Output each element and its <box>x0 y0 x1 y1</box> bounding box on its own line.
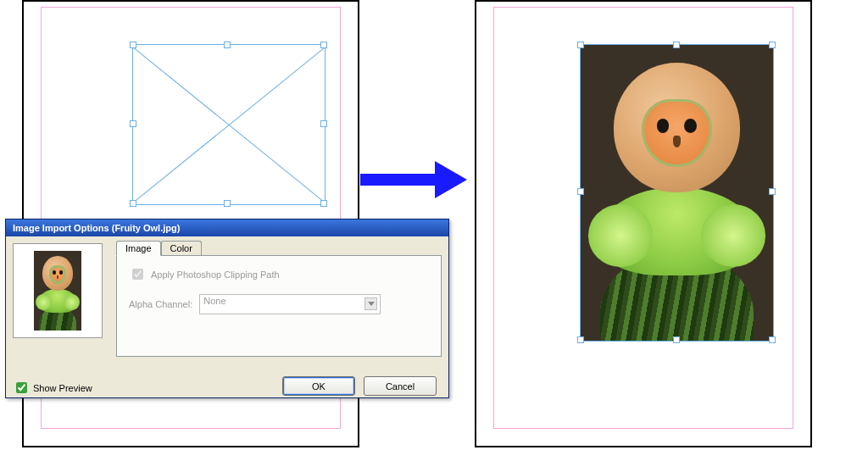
arrow-icon <box>360 161 467 198</box>
apply-clipping-row: Apply Photoshop Clipping Path <box>129 266 429 282</box>
placed-image-frame[interactable] <box>580 44 774 342</box>
tab-color[interactable]: Color <box>161 241 202 256</box>
frame-handle[interactable] <box>320 120 327 127</box>
alpha-channel-label: Alpha Channel: <box>129 299 192 309</box>
tab-panel-image: Apply Photoshop Clipping Path Alpha Chan… <box>116 255 442 357</box>
frame-handle[interactable] <box>577 42 584 48</box>
frame-handle[interactable] <box>673 336 680 343</box>
frame-handle[interactable] <box>577 188 584 195</box>
apply-clipping-checkbox <box>132 269 143 280</box>
frame-handle[interactable] <box>769 42 776 48</box>
show-preview-checkbox[interactable] <box>16 382 27 393</box>
dialog-titlebar[interactable]: Image Import Options (Fruity Owl.jpg) <box>6 219 448 236</box>
frame-handle[interactable] <box>320 200 327 207</box>
frame-handle[interactable] <box>769 336 776 343</box>
frame-handle[interactable] <box>130 120 136 127</box>
placed-image-content <box>581 45 773 341</box>
cancel-button[interactable]: Cancel <box>364 376 437 396</box>
frame-handle[interactable] <box>769 188 776 195</box>
placeholder-frame[interactable] <box>132 44 326 205</box>
preview-thumbnail <box>13 243 103 338</box>
dialog-title: Image Import Options (Fruity Owl.jpg) <box>13 223 180 233</box>
alpha-channel-dropdown: None <box>199 294 381 314</box>
frame-handle[interactable] <box>130 200 136 207</box>
show-preview-row[interactable]: Show Preview <box>13 380 92 396</box>
apply-clipping-label: Apply Photoshop Clipping Path <box>151 269 280 280</box>
page-right <box>475 0 812 447</box>
frame-handle[interactable] <box>130 42 136 48</box>
dialog-tabs: Image Color <box>116 240 202 255</box>
alpha-channel-value: None <box>203 296 225 306</box>
frame-handle[interactable] <box>224 42 231 48</box>
ok-button[interactable]: OK <box>282 376 355 396</box>
frame-handle[interactable] <box>320 42 327 48</box>
image-import-options-dialog: Image Import Options (Fruity Owl.jpg) Im… <box>5 219 449 398</box>
show-preview-label: Show Preview <box>33 383 92 393</box>
frame-handle[interactable] <box>673 42 680 48</box>
frame-handle[interactable] <box>224 200 231 207</box>
frame-handle[interactable] <box>577 336 584 343</box>
tab-image[interactable]: Image <box>116 241 161 256</box>
